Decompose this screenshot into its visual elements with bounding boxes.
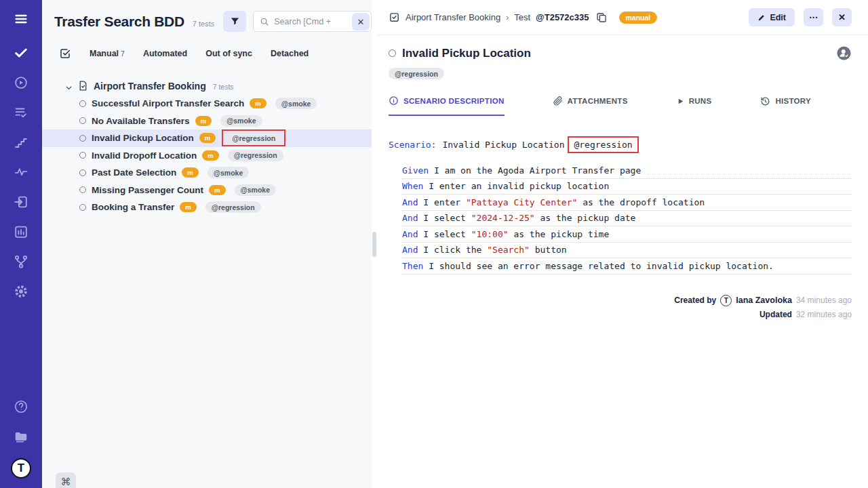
test-label: Booking a Transfer [92, 202, 174, 212]
filter-label: Detached [271, 49, 309, 58]
breadcrumb-project[interactable]: Airport Transfer Booking [406, 12, 500, 22]
tag-pill[interactable]: @regression [389, 68, 444, 79]
tests-icon[interactable] [13, 45, 29, 61]
edit-button[interactable]: Edit [749, 8, 795, 26]
author-avatar[interactable]: T [720, 295, 732, 306]
scenario-step: Then I should see an error message relat… [402, 258, 852, 274]
search-clear-button[interactable]: ✕ [352, 13, 370, 30]
scenario-step: And I select "10:00" as the pickup time [402, 226, 852, 243]
test-status-icon [79, 169, 86, 176]
test-row[interactable]: Booking a Transfer m @regression [42, 199, 372, 216]
step-text: button [530, 245, 567, 255]
filter-tab-manual[interactable]: Manual7 [90, 49, 125, 58]
info-icon [389, 96, 399, 106]
step-string: "2024-12-25" [471, 213, 535, 223]
test-row-selected[interactable]: Invalid Pickup Location m @regression [42, 129, 372, 147]
divider-drag-handle[interactable] [372, 232, 376, 257]
filter-label: Out of sync [205, 49, 252, 58]
step-string: "Search" [487, 245, 530, 255]
tag-pill[interactable]: @smoke [208, 167, 250, 178]
tab-label: SCENARIO DESCRIPTION [403, 97, 505, 105]
step-text: I should see an error message related to… [429, 261, 774, 271]
annotation-box: @regression [568, 136, 638, 153]
funnel-icon [230, 16, 240, 26]
author-name: Iana Zavoloka [736, 296, 792, 305]
test-status-icon [79, 100, 86, 107]
paperclip-icon [553, 96, 563, 106]
filter-count: 7 [121, 49, 125, 58]
tag-pill[interactable]: @regression [226, 132, 281, 144]
filter-label: Manual [90, 49, 119, 58]
left-panel-header: Trasfer Search BDD 7 tests ✕ [42, 0, 372, 32]
filter-button[interactable] [223, 11, 246, 32]
menu-icon[interactable] [13, 11, 29, 27]
tab-scenario-description[interactable]: SCENARIO DESCRIPTION [389, 96, 505, 116]
filter-tab-out-of-sync[interactable]: Out of sync [205, 49, 252, 58]
tag-pill[interactable]: @regression [228, 150, 283, 161]
import-icon[interactable] [13, 194, 29, 210]
command-key-button[interactable]: ⌘ [56, 472, 76, 488]
tag-pill[interactable]: @smoke [235, 184, 277, 196]
tag-pill[interactable]: @regression [205, 201, 261, 213]
test-row[interactable]: Past Date Selection m @smoke [42, 164, 372, 182]
scenario-keyword: Scenario: [389, 140, 436, 150]
filter-tab-detached[interactable]: Detached [271, 49, 309, 58]
suite-file-icon [77, 80, 89, 92]
help-icon[interactable] [13, 399, 29, 415]
pulse-icon[interactable] [13, 164, 29, 180]
test-plans-icon[interactable] [13, 104, 29, 121]
close-button[interactable]: ✕ [832, 8, 852, 26]
updated-time: 32 minutes ago [796, 310, 852, 319]
step-keyword: And [402, 197, 418, 207]
step-keyword: When [402, 181, 423, 191]
edit-label: Edit [770, 13, 786, 22]
test-row[interactable]: Invalid Dropoff Location m @regression [42, 147, 372, 165]
step-keyword: Given [402, 165, 429, 176]
step-keyword: Then [402, 261, 423, 271]
play-icon [677, 98, 684, 105]
detail-title-row: Invalid Pickup Location [377, 35, 868, 61]
assignee-avatar-icon[interactable] [836, 45, 852, 61]
test-label: Successful Airport Transfer Search [92, 98, 244, 108]
tab-label: ATTACHMENTS [568, 97, 628, 105]
settings-icon[interactable] [13, 283, 29, 300]
test-meta: Created by T Iana Zavoloka 34 minutes ag… [674, 295, 852, 323]
suite-row[interactable]: Airport Transfer Booking 7 tests [42, 77, 372, 95]
filter-tab-automated[interactable]: Automated [143, 49, 187, 58]
scenario-name: Invalid Pickup Location [442, 140, 564, 150]
test-label: Missing Passenger Count [92, 185, 203, 195]
test-label: No Available Transfers [92, 116, 190, 126]
step-text: as the pickup date [535, 213, 636, 223]
tag-pill[interactable]: @smoke [220, 115, 262, 127]
analytics-icon[interactable] [13, 224, 29, 240]
runs-icon[interactable] [13, 75, 29, 91]
manual-badge: m [250, 98, 266, 108]
created-label: Created by [674, 296, 716, 305]
created-by-row: Created by T Iana Zavoloka 34 minutes ag… [674, 295, 852, 306]
tab-attachments[interactable]: ATTACHMENTS [553, 96, 628, 115]
branches-icon[interactable] [13, 253, 29, 270]
chevron-down-icon[interactable] [65, 82, 73, 89]
test-row[interactable]: Missing Passenger Count m @smoke [42, 182, 372, 199]
steps-icon[interactable] [13, 134, 29, 150]
test-status-icon [79, 186, 86, 193]
copy-icon[interactable] [596, 12, 607, 23]
tag-pill[interactable]: @smoke [275, 98, 317, 109]
test-row[interactable]: No Available Transfers m @smoke [42, 113, 372, 130]
more-button[interactable]: ⋯ [804, 8, 823, 26]
scenario-step: And I enter "Pattaya City Center" as the… [402, 195, 852, 211]
created-time: 34 minutes ago [796, 296, 852, 305]
scenario-description: Scenario: Invalid Pickup Location @regre… [389, 136, 852, 274]
step-keyword: And [402, 245, 418, 255]
select-all-icon[interactable] [59, 47, 71, 60]
test-title: Invalid Pickup Location [402, 47, 531, 60]
tab-history[interactable]: HISTORY [760, 96, 811, 115]
projects-icon[interactable] [13, 428, 29, 445]
test-row[interactable]: Successful Airport Transfer Search m @sm… [42, 95, 372, 113]
breadcrumb-test-label: Test [514, 12, 530, 22]
panel-divider[interactable] [372, 0, 377, 488]
tab-runs[interactable]: RUNS [677, 96, 712, 115]
manual-badge: m [195, 116, 212, 126]
pencil-icon [757, 14, 766, 22]
app-logo[interactable]: T [11, 458, 31, 479]
